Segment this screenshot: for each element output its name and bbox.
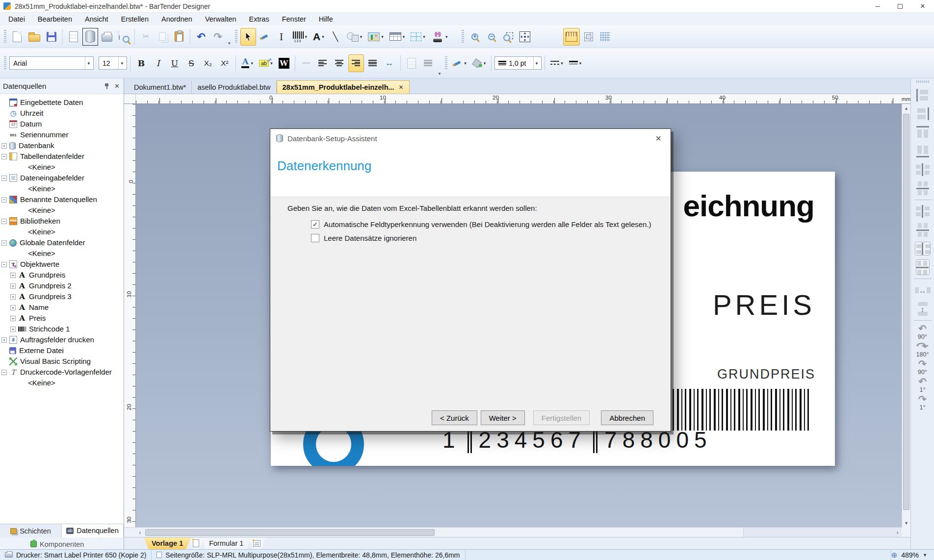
- doc-tab-28x51mm[interactable]: 28x51mm_Produktlabel-einzelh...✕: [277, 80, 410, 94]
- minimize-button[interactable]: ─: [866, 0, 889, 12]
- chevron-down-icon[interactable]: ▾: [381, 34, 384, 39]
- show-rulers-button[interactable]: [563, 28, 580, 46]
- redo-button[interactable]: ↷: [210, 28, 226, 46]
- expand-icon[interactable]: +: [10, 283, 16, 289]
- rotate-left-1-button[interactable]: ↶1°: [918, 377, 927, 393]
- next-button[interactable]: Weiter >: [481, 410, 525, 425]
- chevron-down-icon[interactable]: ▾: [270, 61, 273, 66]
- bold-button[interactable]: B: [133, 54, 149, 72]
- collapse-icon[interactable]: −: [1, 219, 7, 224]
- align-right-button[interactable]: [348, 54, 364, 72]
- align-top-edges-button[interactable]: [913, 123, 933, 142]
- price-caption-text[interactable]: PREIS: [713, 288, 815, 321]
- align-bottom-edges-button[interactable]: [913, 142, 933, 160]
- zoom-out-button[interactable]: [484, 28, 499, 46]
- expand-icon[interactable]: +: [1, 337, 7, 343]
- menu-verwalten[interactable]: Verwalten: [199, 13, 243, 25]
- toolbar-grip[interactable]: [462, 30, 464, 44]
- align-left-button[interactable]: [315, 54, 331, 72]
- chevron-down-icon[interactable]: ▾: [561, 61, 563, 66]
- select-tool-button[interactable]: [240, 28, 256, 46]
- tree-item[interactable]: −TDruckercode-Vorlagenfelder: [0, 367, 124, 378]
- font-family-select[interactable]: Arial▾: [9, 56, 94, 70]
- rotate-left-90-button[interactable]: ↶90°: [918, 324, 927, 340]
- open-button[interactable]: [26, 28, 43, 46]
- menu-bearbeiten[interactable]: Bearbeiten: [31, 13, 78, 25]
- toolbar-grip[interactable]: [4, 56, 6, 70]
- chevron-down-icon[interactable]: ▾: [85, 57, 90, 69]
- rotate-180-button[interactable]: ↷180°: [916, 341, 929, 358]
- dialog-close-icon[interactable]: ✕: [652, 133, 665, 144]
- toolbar-overflow-icon[interactable]: ▾: [228, 41, 231, 48]
- chevron-down-icon[interactable]: ▾: [445, 34, 448, 39]
- menu-ansicht[interactable]: Ansicht: [78, 13, 115, 25]
- close-tab-icon[interactable]: ✕: [399, 84, 404, 91]
- toolbar-grip[interactable]: [916, 80, 929, 83]
- rotate-right-90-button[interactable]: ↷90°: [918, 359, 927, 376]
- rotate-right-1-button[interactable]: ↷1°: [918, 394, 927, 411]
- fit-text-width-button[interactable]: ↔: [382, 54, 397, 72]
- tab-formular-1[interactable]: Formular 1: [201, 537, 251, 549]
- center-in-template-h-button[interactable]: [913, 202, 933, 221]
- tree-item[interactable]: −Dateneingabefelder: [0, 173, 124, 183]
- maximize-button[interactable]: [889, 0, 911, 12]
- toolbar-grip[interactable]: [4, 30, 6, 44]
- tab-vorlage-1[interactable]: Vorlage 1: [144, 537, 191, 549]
- dialog-titlebar[interactable]: Datenbank-Setup-Assistent ✕: [270, 129, 671, 148]
- table-tool-button[interactable]: ▾: [387, 28, 408, 46]
- center-vertically-button[interactable]: [913, 179, 933, 198]
- menu-erstellen[interactable]: Erstellen: [115, 13, 155, 25]
- tree-item[interactable]: Eingebettete Daten: [0, 97, 124, 108]
- barcode-tool-button[interactable]: ▾: [290, 28, 310, 46]
- text-cursor-tool-button[interactable]: I: [274, 28, 289, 46]
- tree-item[interactable]: −Bibliotheken: [0, 216, 124, 227]
- chevron-down-icon[interactable]: ▾: [251, 61, 253, 66]
- tree-item[interactable]: −Tabellendatenfelder: [0, 151, 124, 162]
- expand-icon[interactable]: +: [10, 327, 16, 332]
- center-in-template-v-button[interactable]: [913, 221, 933, 239]
- line-weight-select[interactable]: 1,0 pt▾: [494, 56, 542, 70]
- horizontal-scrollbar[interactable]: ‹ ›: [136, 527, 902, 537]
- close-button[interactable]: ✕: [911, 0, 934, 12]
- tree-item[interactable]: 001Seriennummer: [0, 129, 124, 140]
- collapse-icon[interactable]: −: [1, 154, 7, 159]
- tab-schichten[interactable]: Schichten: [0, 524, 62, 537]
- doc-tab-asello[interactable]: asello Produktlabel.btw: [192, 80, 276, 94]
- underline-button[interactable]: U: [167, 54, 182, 72]
- collapse-icon[interactable]: −: [1, 370, 7, 375]
- font-size-select[interactable]: 12▾: [99, 56, 127, 70]
- tree-item[interactable]: Visual Basic Scripting: [0, 356, 124, 367]
- text-tool-button[interactable]: A▾: [311, 28, 327, 46]
- expand-icon[interactable]: +: [10, 273, 16, 278]
- rfid-tool-button[interactable]: ▾: [429, 28, 450, 46]
- new-form-tab[interactable]: [248, 537, 265, 549]
- menu-fenster[interactable]: Fenster: [276, 13, 312, 25]
- chevron-down-icon[interactable]: ▾: [484, 61, 486, 66]
- auto-field-type-checkbox[interactable]: ✓ Automatische Feldtyperkennung verwende…: [311, 220, 671, 229]
- center-template-v-boxed-button[interactable]: [913, 258, 933, 277]
- collapse-icon[interactable]: −: [1, 240, 7, 246]
- back-button[interactable]: < Zurück: [432, 410, 477, 425]
- fill-color-button[interactable]: ▾: [470, 54, 489, 72]
- expand-icon[interactable]: +: [10, 305, 16, 310]
- subscript-button[interactable]: X₂: [200, 54, 216, 72]
- line-tool-button[interactable]: ╲: [328, 28, 343, 46]
- expand-icon[interactable]: +: [10, 316, 16, 321]
- tab-datenquellen[interactable]: abDatenquellen: [62, 524, 124, 537]
- vertical-scroll-thumb[interactable]: [903, 114, 909, 510]
- show-grid-button[interactable]: [597, 28, 613, 46]
- vertical-scrollbar[interactable]: ▲ ▼: [902, 104, 910, 527]
- collapse-icon[interactable]: −: [1, 176, 7, 181]
- checkbox-checked-icon[interactable]: ✓: [311, 220, 319, 229]
- wordart-button[interactable]: W: [276, 54, 292, 72]
- tree-item[interactable]: −TObjektwerte: [0, 259, 124, 270]
- checkbox-unchecked-icon[interactable]: [311, 234, 319, 242]
- chevron-down-icon[interactable]: ▾: [533, 57, 538, 69]
- menu-datei[interactable]: Datei: [2, 13, 31, 25]
- italic-button[interactable]: I: [150, 54, 166, 72]
- undo-button[interactable]: ↶: [193, 28, 209, 46]
- cancel-button[interactable]: Abbrechen: [601, 410, 653, 425]
- chevron-down-icon[interactable]: ▾: [579, 61, 582, 66]
- horizontal-scroll-thumb[interactable]: [145, 529, 435, 536]
- scroll-left-icon[interactable]: ‹: [136, 529, 144, 536]
